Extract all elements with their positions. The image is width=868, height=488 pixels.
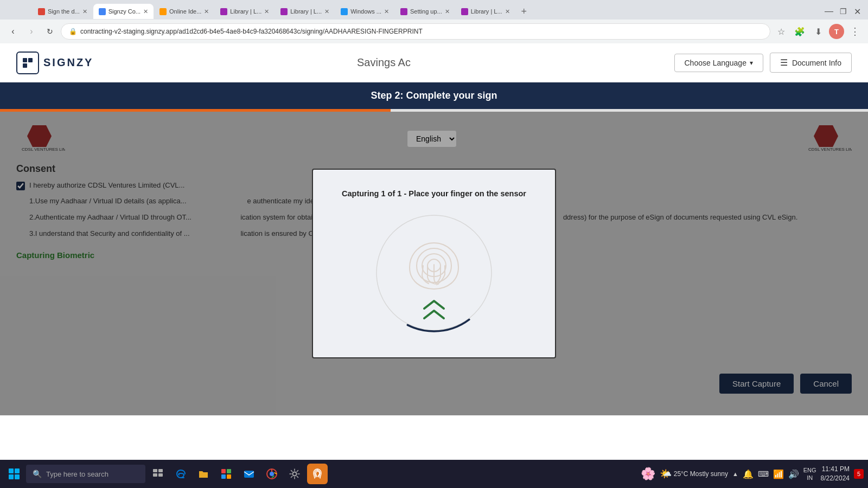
taskbar-icon-volume[interactable]: 🔊 <box>788 469 799 479</box>
header-actions: Choose Language ▾ ☰ Document Info <box>674 53 852 73</box>
svg-rect-1 <box>28 58 33 62</box>
weather-text: 25°C Mostly sunny <box>674 470 728 478</box>
tab-close-8[interactable]: ✕ <box>505 8 510 15</box>
modal-title: Capturing 1 of 1 - Place your finger on … <box>342 189 526 198</box>
tab-close-5[interactable]: ✕ <box>324 8 329 15</box>
back-button[interactable]: ‹ <box>5 24 21 39</box>
tab-close-active[interactable]: ✕ <box>143 8 148 15</box>
taskbar-language: ENG IN <box>803 466 816 482</box>
svg-rect-2 <box>23 63 27 68</box>
step-banner: Step 2: Complete your sign <box>0 82 868 109</box>
chevrons-up-container <box>422 299 446 320</box>
taskbar-icon-network[interactable]: 📶 <box>773 469 784 479</box>
taskbar: 🔍 Type here to search <box>0 460 868 488</box>
task-view-button[interactable] <box>148 464 168 484</box>
bookmark-button[interactable]: ☆ <box>774 24 789 39</box>
weather-widget: 🌤️ 25°C Mostly sunny <box>660 468 728 480</box>
browser-chrome: Sign the d... ✕ Signzy Co... ✕ Online Id… <box>0 0 868 43</box>
signzy-logo: SIGNZY <box>16 52 93 74</box>
taskbar-icon-keyboard[interactable]: ⌨ <box>758 470 769 478</box>
tab-setting[interactable]: Setting up... ✕ <box>395 4 455 19</box>
taskbar-fingerprint-button[interactable] <box>307 464 328 484</box>
tab-online-ide[interactable]: Online Ide... ✕ <box>154 4 214 19</box>
taskbar-mail-button[interactable] <box>239 464 259 484</box>
tab-windows[interactable]: Windows ... ✕ <box>335 4 394 19</box>
extensions-button[interactable]: 🧩 <box>792 24 807 39</box>
taskbar-search-icon: 🔍 <box>33 470 42 478</box>
lock-icon: 🔒 <box>69 28 77 35</box>
user-avatar[interactable]: T <box>829 24 844 39</box>
browser-controls: ‹ › ↻ 🔒 contracting-v2-staging.signzy.ap… <box>0 20 868 43</box>
tab-close-3[interactable]: ✕ <box>204 8 209 15</box>
svg-rect-3 <box>30 65 31 66</box>
tab-close[interactable]: ✕ <box>82 8 87 15</box>
svg-rect-12 <box>9 474 14 479</box>
taskbar-clock[interactable]: 11:41 PM 8/22/2024 <box>821 465 850 483</box>
notification-count-badge[interactable]: 5 <box>854 469 864 479</box>
svg-rect-0 <box>23 58 27 62</box>
svg-rect-13 <box>15 474 20 479</box>
tab-close-7[interactable]: ✕ <box>445 8 450 15</box>
document-info-label: Document Info <box>792 59 841 67</box>
menu-lines-icon: ☰ <box>780 57 788 68</box>
svg-rect-22 <box>244 471 254 478</box>
taskbar-edge-button[interactable] <box>170 464 191 484</box>
app-header: SIGNZY Savings Ac Choose Language ▾ ☰ Do… <box>0 43 868 82</box>
maximize-button[interactable]: ❐ <box>837 5 850 18</box>
close-button[interactable]: ✕ <box>851 5 864 18</box>
svg-point-24 <box>270 472 274 476</box>
svg-rect-17 <box>158 473 163 477</box>
minimize-button[interactable]: — <box>822 5 835 18</box>
menu-button[interactable]: ⋮ <box>847 24 863 39</box>
document-info-button[interactable]: ☰ Document Info <box>770 53 852 73</box>
svg-rect-15 <box>158 469 163 472</box>
tab-close-4[interactable]: ✕ <box>264 8 269 15</box>
taskbar-grid-button[interactable] <box>216 464 237 484</box>
browser-tabs: Sign the d... ✕ Signzy Co... ✕ Online Id… <box>0 0 868 20</box>
svg-rect-14 <box>153 469 157 472</box>
fingerprint-modal: Capturing 1 of 1 - Place your finger on … <box>312 169 556 358</box>
tab-gmail[interactable]: Sign the d... ✕ <box>33 4 93 19</box>
new-tab-button[interactable]: + <box>518 6 531 17</box>
system-tray: 🌸 🌤️ 25°C Mostly sunny ▲ 🔔 ⌨ 📶 🔊 ENG IN … <box>641 465 864 483</box>
choose-language-label: Choose Language <box>685 59 746 67</box>
logo-icon <box>16 52 39 74</box>
forward-button[interactable]: › <box>24 24 39 39</box>
tab-close-6[interactable]: ✕ <box>384 8 389 15</box>
taskbar-date: 8/22/2024 <box>821 474 850 483</box>
svg-rect-20 <box>221 474 226 479</box>
chevron-down-icon: ▾ <box>750 59 753 67</box>
address-bar[interactable]: 🔒 contracting-v2-staging.signzy.app/ad1d… <box>61 23 770 40</box>
tab-library3[interactable]: Library | L... ✕ <box>456 4 515 19</box>
svg-point-25 <box>293 472 297 476</box>
taskbar-files-button[interactable] <box>193 464 214 484</box>
start-button[interactable] <box>4 464 24 484</box>
app-title: Savings Ac <box>93 56 674 69</box>
svg-rect-19 <box>227 469 231 473</box>
svg-rect-21 <box>227 474 231 479</box>
fingerprint-icon <box>401 232 467 297</box>
taskbar-time: 11:41 PM <box>821 465 850 474</box>
tab-library2[interactable]: Library | L... ✕ <box>275 4 335 19</box>
taskbar-chrome-button[interactable] <box>261 464 282 484</box>
modal-overlay: Capturing 1 of 1 - Place your finger on … <box>0 112 868 415</box>
svg-rect-18 <box>221 469 226 473</box>
svg-rect-10 <box>9 468 14 473</box>
page-content: CDSL VENTURES LIMITED English Hindi Tami… <box>0 112 868 415</box>
notification-flower-icon[interactable]: 🌸 <box>641 467 655 481</box>
tab-signzy[interactable]: Signzy Co... ✕ <box>93 4 154 19</box>
url-text: contracting-v2-staging.signzy.app/ad1d2c… <box>80 28 423 35</box>
reload-button[interactable]: ↻ <box>42 24 58 39</box>
fingerprint-container <box>374 213 494 332</box>
svg-rect-16 <box>153 473 157 477</box>
system-icons[interactable]: ▲ <box>732 471 738 477</box>
taskbar-icon-notification[interactable]: 🔔 <box>743 469 754 479</box>
tab-library1[interactable]: Library | L... ✕ <box>215 4 275 19</box>
logo-text: SIGNZY <box>43 56 93 69</box>
taskbar-search-bar[interactable]: 🔍 Type here to search <box>26 465 145 483</box>
taskbar-search-placeholder: Type here to search <box>46 470 108 478</box>
taskbar-settings-button[interactable] <box>284 464 305 484</box>
downloads-button[interactable]: ⬇ <box>810 24 826 39</box>
svg-rect-11 <box>15 468 20 473</box>
choose-language-button[interactable]: Choose Language ▾ <box>674 54 763 72</box>
